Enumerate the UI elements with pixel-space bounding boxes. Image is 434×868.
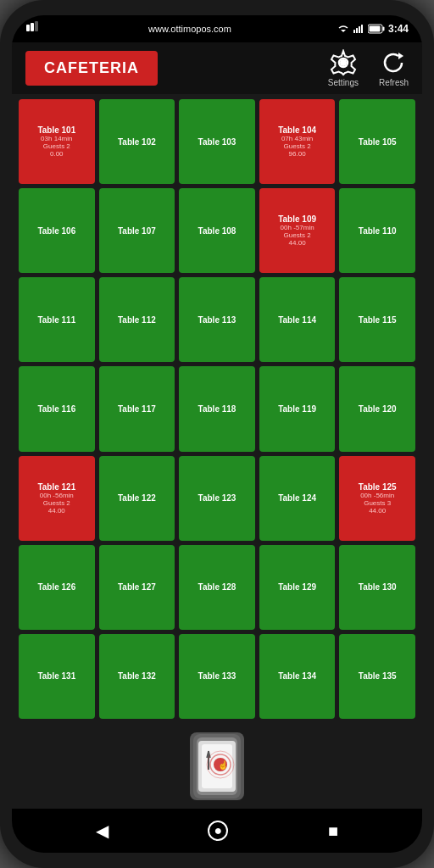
signal-icon xyxy=(353,23,364,35)
header-icons: Settings Refresh xyxy=(328,49,409,87)
table-amount: 0.00 xyxy=(50,150,64,158)
table-cell-t109[interactable]: Table 10900h -57minGuests 244.00 xyxy=(259,188,336,273)
table-cell-t127[interactable]: Table 127 xyxy=(99,545,175,630)
table-amount: 96.00 xyxy=(289,150,306,158)
table-time: 00h -56min xyxy=(360,492,394,499)
table-cell-t126[interactable]: Table 126 xyxy=(19,545,95,630)
table-cell-t103[interactable]: Table 103 xyxy=(179,99,255,184)
svg-rect-2 xyxy=(35,21,38,31)
footer-logo: ☝ xyxy=(12,724,422,809)
table-cell-t118[interactable]: Table 118 xyxy=(179,366,255,451)
recent-button[interactable]: ■ xyxy=(328,821,338,841)
home-button[interactable]: ● xyxy=(208,821,228,841)
table-guests: Guests 2 xyxy=(284,142,311,150)
table-cell-t106[interactable]: Table 106 xyxy=(19,188,95,273)
table-cell-t111[interactable]: Table 111 xyxy=(19,277,95,362)
table-cell-t131[interactable]: Table 131 xyxy=(19,634,95,719)
table-cell-t133[interactable]: Table 133 xyxy=(179,634,255,719)
back-button[interactable]: ◀ xyxy=(96,821,108,841)
table-cell-t125[interactable]: Table 12500h -56minGuests 344.00 xyxy=(339,456,415,541)
phone-screen: www.ottimopos.com xyxy=(12,15,422,853)
table-name: Table 103 xyxy=(198,137,236,147)
svg-rect-5 xyxy=(356,28,358,33)
nav-bar: ◀ ● ■ xyxy=(12,809,422,853)
svg-marker-13 xyxy=(398,53,403,59)
svg-text:☝: ☝ xyxy=(218,760,229,771)
app-logo: ☝ xyxy=(190,732,244,800)
svg-rect-6 xyxy=(359,26,360,33)
table-cell-t116[interactable]: Table 116 xyxy=(19,366,95,451)
table-name: Table 135 xyxy=(359,671,397,681)
table-guests: Guests 2 xyxy=(43,142,70,150)
table-name: Table 114 xyxy=(278,315,316,325)
table-name: Table 113 xyxy=(198,315,236,325)
table-name: Table 129 xyxy=(278,582,316,592)
table-name: Table 130 xyxy=(359,582,397,592)
table-cell-t113[interactable]: Table 113 xyxy=(179,277,255,362)
table-name: Table 118 xyxy=(198,404,236,414)
table-name: Table 133 xyxy=(198,671,236,681)
table-cell-t110[interactable]: Table 110 xyxy=(339,188,415,273)
table-cell-t132[interactable]: Table 132 xyxy=(99,634,175,719)
table-cell-t115[interactable]: Table 115 xyxy=(339,277,415,362)
table-cell-t124[interactable]: Table 124 xyxy=(259,456,336,541)
table-name: Table 105 xyxy=(359,137,397,147)
table-time: 07h 43min xyxy=(281,135,313,142)
settings-label: Settings xyxy=(328,78,359,87)
table-name: Table 107 xyxy=(118,226,156,236)
table-cell-t122[interactable]: Table 122 xyxy=(99,456,175,541)
table-cell-t135[interactable]: Table 135 xyxy=(339,634,415,719)
svg-rect-1 xyxy=(31,23,34,31)
table-cell-t130[interactable]: Table 130 xyxy=(339,545,415,630)
svg-marker-3 xyxy=(341,30,346,32)
svg-rect-0 xyxy=(26,25,30,31)
table-cell-t121[interactable]: Table 12100h -56minGuests 244.00 xyxy=(19,456,95,541)
table-cell-t128[interactable]: Table 128 xyxy=(179,545,255,630)
table-name: Table 132 xyxy=(118,671,156,681)
table-cell-t129[interactable]: Table 129 xyxy=(259,545,336,630)
table-name: Table 124 xyxy=(278,493,316,503)
table-guests: Guests 2 xyxy=(43,499,70,507)
svg-rect-4 xyxy=(353,30,355,33)
cafeteria-button[interactable]: CAFETERIA xyxy=(25,51,158,86)
table-cell-t108[interactable]: Table 108 xyxy=(179,188,255,273)
table-cell-t120[interactable]: Table 120 xyxy=(339,366,415,451)
table-name: Table 112 xyxy=(118,315,156,325)
table-cell-t107[interactable]: Table 107 xyxy=(99,188,175,273)
table-cell-t101[interactable]: Table 10103h 14minGuests 20.00 xyxy=(19,99,95,184)
table-name: Table 115 xyxy=(359,315,397,325)
table-name: Table 111 xyxy=(37,315,75,325)
table-name: Table 109 xyxy=(278,214,316,224)
table-name: Table 101 xyxy=(37,125,75,135)
table-guests: Guests 3 xyxy=(364,499,391,507)
table-cell-t112[interactable]: Table 112 xyxy=(99,277,175,362)
url-text: www.ottimopos.com xyxy=(148,24,231,34)
battery-icon xyxy=(368,24,385,34)
table-cell-t117[interactable]: Table 117 xyxy=(99,366,175,451)
table-name: Table 106 xyxy=(37,226,75,236)
svg-rect-9 xyxy=(382,27,384,31)
table-amount: 44.00 xyxy=(48,507,65,515)
table-cell-t134[interactable]: Table 134 xyxy=(259,634,336,719)
table-cell-t114[interactable]: Table 114 xyxy=(259,277,336,362)
status-right: 3:44 xyxy=(337,23,409,35)
table-name: Table 125 xyxy=(359,482,397,492)
table-cell-t104[interactable]: Table 10407h 43minGuests 296.00 xyxy=(259,99,336,184)
table-cell-t119[interactable]: Table 119 xyxy=(259,366,336,451)
table-name: Table 123 xyxy=(198,493,236,503)
table-cell-t102[interactable]: Table 102 xyxy=(99,99,175,184)
time-display: 3:44 xyxy=(388,23,409,35)
table-cell-t105[interactable]: Table 105 xyxy=(339,99,415,184)
table-cell-t123[interactable]: Table 123 xyxy=(179,456,255,541)
refresh-icon-wrap[interactable]: Refresh xyxy=(379,49,409,87)
table-name: Table 127 xyxy=(118,582,156,592)
settings-icon-wrap[interactable]: Settings xyxy=(328,49,359,87)
phone-frame: www.ottimopos.com xyxy=(0,0,434,868)
table-name: Table 102 xyxy=(118,137,156,147)
table-guests: Guests 2 xyxy=(284,231,311,239)
refresh-icon xyxy=(380,49,407,76)
refresh-label: Refresh xyxy=(379,78,409,87)
status-left xyxy=(25,20,42,37)
table-name: Table 120 xyxy=(359,404,397,414)
settings-icon xyxy=(330,49,357,76)
